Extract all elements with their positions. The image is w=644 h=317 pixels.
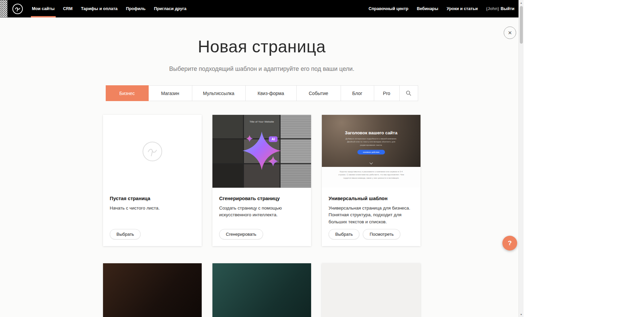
card-body: Пустая страница Начать с чистого листа. … [103, 188, 202, 246]
template-card-row2-2[interactable] [212, 263, 311, 317]
zigzag-decoration [0, 0, 7, 17]
card-title: Универсальный шаблон [329, 196, 414, 201]
nav-my-sites[interactable]: Мои сайты [32, 0, 55, 17]
nav-help-center[interactable]: Справочный центр [368, 0, 408, 17]
tab-business[interactable]: Бизнес [106, 85, 149, 101]
nav-webinars[interactable]: Вебинары [417, 0, 438, 17]
card-body: Универсальный шаблон Универсальная стран… [322, 188, 420, 246]
ai-template-preview: Title of Your Website [212, 115, 311, 188]
nav-invite-friend[interactable]: Пригласи друга [154, 0, 187, 17]
tab-blog[interactable]: Блог [341, 85, 374, 101]
preview-hero-title: Заголовок вашего сайта [345, 130, 397, 135]
blank-template-preview [103, 115, 202, 188]
tab-multilink[interactable]: Мультиссылка [192, 85, 246, 101]
template-category-tabs: Бизнес Магазин Мультиссылка Квиз-форма С… [0, 85, 524, 101]
template-card-row2-1[interactable] [103, 263, 202, 317]
nav-crm[interactable]: CRM [63, 0, 72, 17]
scroll-up-icon[interactable]: ▲ [519, 0, 524, 5]
card-title: Пустая страница [110, 196, 195, 201]
tab-pro[interactable]: Pro [374, 85, 400, 101]
chevron-down-icon [369, 161, 373, 165]
card-actions: Выбрать Посмотреть [329, 229, 414, 239]
help-button[interactable]: ? [502, 236, 517, 251]
ai-badge: AI [269, 136, 278, 142]
template-card-row2-3[interactable] [322, 263, 420, 317]
generate-button[interactable]: Сгенерировать [219, 229, 263, 239]
view-universal-button[interactable]: Посмотреть [363, 229, 400, 239]
close-icon: ✕ [508, 30, 512, 35]
preview-hero-text: Добавьте интересные подробности о вашей … [342, 137, 400, 147]
nav-profile[interactable]: Профиль [126, 0, 146, 17]
universal-template-preview: Заголовок вашего сайта Добавьте интересн… [322, 115, 420, 188]
search-icon [406, 90, 411, 96]
collage-caption: Title of Your Website [212, 120, 311, 123]
template-card-universal: Заголовок вашего сайта Добавьте интересн… [322, 115, 420, 246]
logout-link[interactable]: Выйти [501, 6, 514, 11]
tilda-watermark-icon [142, 141, 163, 162]
secondary-nav: Справочный центр Вебинары Уроки и статьи… [360, 0, 524, 17]
scroll-down-icon[interactable]: ▼ [519, 312, 524, 317]
card-body: Сгенерировать страницу Создать страницу … [212, 188, 311, 246]
tab-event[interactable]: Событие [296, 85, 341, 101]
tab-search[interactable] [399, 85, 418, 101]
card-description: Начать с чистого листа. [110, 205, 195, 212]
card-description: Универсальная страница для бизнеса. Поня… [329, 205, 414, 225]
choose-blank-button[interactable]: Выбрать [110, 229, 141, 239]
template-cards-row-1: Пустая страница Начать с чистого листа. … [0, 115, 524, 246]
choose-universal-button[interactable]: Выбрать [329, 229, 359, 239]
preview-hero-section: Заголовок вашего сайта Добавьте интересн… [322, 115, 420, 167]
template-preview-image [212, 263, 311, 317]
page-subtitle: Выберите подходящий шаблон и адаптируйте… [0, 65, 524, 73]
ai-sparkle-icon [240, 129, 284, 174]
preview-hero-button: основное действие [357, 150, 385, 154]
card-actions: Сгенерировать [219, 229, 304, 239]
top-navbar: Мои сайты CRM Тарифы и оплата Профиль Пр… [0, 0, 524, 17]
close-button[interactable]: ✕ [504, 27, 516, 39]
preview-body-text: Коротко представьтесь и расскажите о ком… [338, 170, 404, 188]
nav-lessons[interactable]: Уроки и статьи [447, 0, 478, 17]
card-description: Создать страницу с помощью искусственног… [219, 205, 304, 219]
card-title: Сгенерировать страницу [219, 196, 304, 201]
zigzag-pattern-icon [0, 0, 7, 17]
template-preview-image [103, 263, 202, 317]
user-block: (John) Выйти [486, 6, 514, 11]
tilda-logo-icon[interactable] [12, 3, 23, 14]
template-card-ai-generate: Title of Your Website [212, 115, 311, 246]
card-actions: Выбрать [110, 229, 195, 239]
tab-store[interactable]: Магазин [148, 85, 192, 101]
nav-pricing[interactable]: Тарифы и оплата [81, 0, 117, 17]
scrollbar[interactable]: ▲ ▼ [518, 0, 524, 317]
main-nav: Мои сайты CRM Тарифы и оплата Профиль Пр… [32, 0, 195, 17]
tab-quiz-form[interactable]: Квиз-форма [245, 85, 297, 101]
scrollbar-thumb[interactable] [520, 6, 523, 44]
user-name: (John) [486, 6, 499, 11]
template-preview-image [322, 263, 420, 317]
template-cards-row-2 [0, 263, 524, 317]
preview-body-section: Коротко представьтесь и расскажите о ком… [322, 167, 420, 188]
app-viewport: Мои сайты CRM Тарифы и оплата Профиль Пр… [0, 0, 524, 317]
template-card-blank: Пустая страница Начать с чистого листа. … [103, 115, 202, 246]
